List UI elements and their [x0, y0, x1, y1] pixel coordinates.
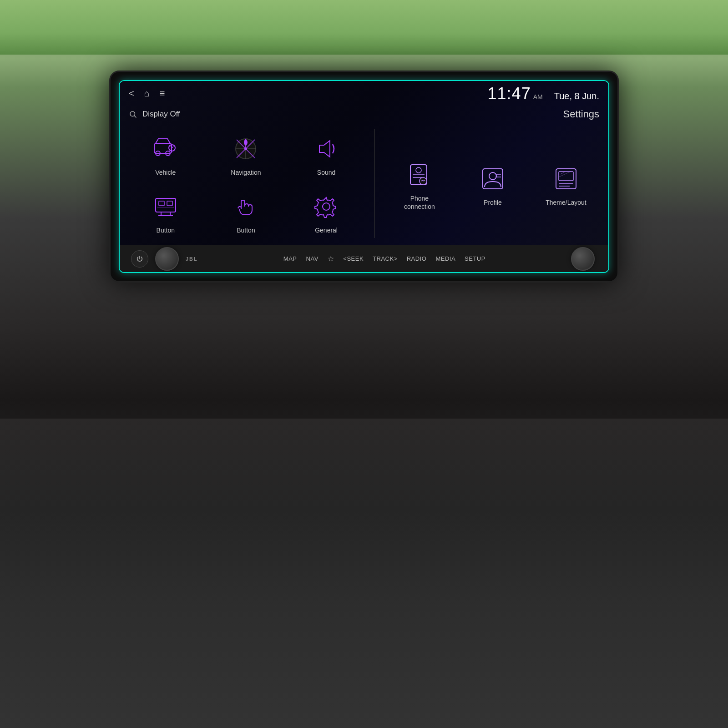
vehicle-icon [150, 133, 182, 165]
menu-item-sound[interactable]: Sound [289, 129, 363, 180]
jbl-logo: JBL [186, 256, 198, 262]
svg-rect-25 [483, 169, 503, 189]
button2-label: Button [237, 226, 255, 234]
navigation-label: Navigation [231, 168, 261, 177]
power-button[interactable] [131, 250, 148, 268]
search-area[interactable]: Display Off [129, 110, 180, 119]
setup-button[interactable]: SETUP [465, 255, 485, 262]
favorite-button[interactable]: ☆ [328, 254, 334, 263]
track-forward-button[interactable]: TRACK> [373, 255, 398, 262]
right-panel: Phone connection [375, 129, 599, 238]
button1-icon [150, 191, 182, 222]
navigation-icon [230, 133, 262, 165]
time-area: 11:47 AM Tue, 8 Jun. [488, 84, 599, 103]
profile-label: Profile [484, 198, 502, 207]
svg-rect-16 [159, 201, 164, 206]
top-bar: < ⌂ ≡ 11:47 AM Tue, 8 Jun. [120, 81, 608, 106]
back-button[interactable]: < [129, 88, 134, 99]
display-off-label: Display Off [142, 110, 180, 119]
profile-icon [477, 163, 509, 195]
vehicle-label: Vehicle [155, 168, 176, 177]
left-knob-area: JBL [131, 247, 198, 271]
settings-title: Settings [563, 108, 600, 120]
car-background: < ⌂ ≡ 11:47 AM Tue, 8 Jun. [0, 0, 728, 728]
theme-label: Theme/Layout [546, 198, 586, 207]
svg-point-26 [489, 172, 496, 180]
svg-point-0 [130, 111, 135, 116]
menu-item-navigation[interactable]: Navigation [209, 129, 283, 180]
menu-item-theme[interactable]: Theme/Layout [533, 131, 599, 238]
menu-item-button1[interactable]: Button [129, 187, 202, 238]
theme-icon [550, 163, 582, 195]
bottom-controls: JBL MAP NAV ☆ <SEEK TRACK> RADIO MEDIA S… [120, 245, 608, 272]
button1-label: Button [157, 226, 175, 234]
menu-item-button2[interactable]: Button [209, 187, 283, 238]
screen: < ⌂ ≡ 11:47 AM Tue, 8 Jun. [120, 81, 608, 272]
radio-button[interactable]: RADIO [407, 255, 427, 262]
nav-icons: < ⌂ ≡ [129, 88, 165, 99]
control-buttons: MAP NAV ☆ <SEEK TRACK> RADIO MEDIA SETUP [198, 254, 571, 263]
right-volume-knob[interactable] [571, 247, 595, 271]
general-label: General [315, 226, 338, 234]
time-display: 11:47 [488, 84, 531, 103]
svg-point-19 [323, 203, 330, 210]
foliage-bg [0, 0, 728, 55]
phone-icon [404, 159, 435, 191]
menu-item-profile[interactable]: Profile [460, 131, 526, 238]
svg-rect-17 [167, 201, 172, 206]
svg-line-1 [134, 116, 136, 117]
media-button[interactable]: MEDIA [435, 255, 455, 262]
nav-button[interactable]: NAV [306, 255, 318, 262]
sound-label: Sound [317, 168, 335, 177]
infotainment-unit: < ⌂ ≡ 11:47 AM Tue, 8 Jun. [109, 71, 619, 283]
date-display: Tue, 8 Jun. [554, 91, 599, 101]
left-volume-knob[interactable] [155, 247, 179, 271]
menu-item-phone[interactable]: Phone connection [386, 131, 453, 238]
left-panel: Vehicle [129, 129, 375, 238]
search-icon [129, 110, 137, 118]
header-bar: Display Off Settings [120, 106, 608, 125]
menu-item-vehicle[interactable]: Vehicle [129, 129, 202, 180]
main-content: Vehicle [120, 125, 608, 245]
time-ampm: AM [533, 93, 543, 101]
menu-item-general[interactable]: General [289, 187, 363, 238]
phone-label: Phone connection [404, 194, 435, 211]
screen-container: < ⌂ ≡ 11:47 AM Tue, 8 Jun. [119, 80, 609, 273]
svg-point-21 [416, 167, 421, 173]
map-button[interactable]: MAP [283, 255, 297, 262]
car-bottom-section [0, 419, 728, 728]
button2-icon [230, 191, 262, 222]
general-icon [310, 191, 342, 222]
menu-button[interactable]: ≡ [160, 88, 165, 99]
sound-icon [310, 133, 342, 165]
home-button[interactable]: ⌂ [144, 88, 150, 99]
seek-back-button[interactable]: <SEEK [343, 255, 364, 262]
